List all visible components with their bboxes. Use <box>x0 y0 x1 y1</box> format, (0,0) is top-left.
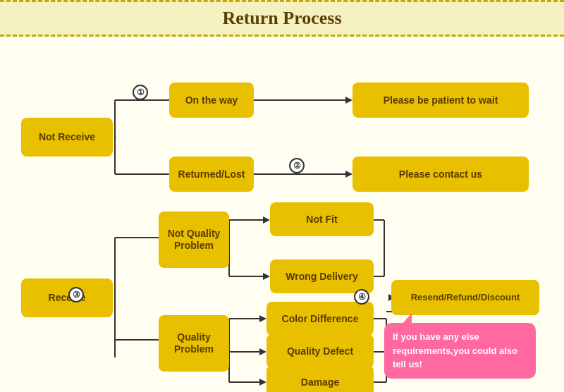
resend-node: Resend/Refund/Discount <box>391 280 539 315</box>
circle-4: ④ <box>354 289 369 305</box>
contact-us-node: Please contact us <box>352 157 529 192</box>
receive-node: Receive <box>21 278 113 317</box>
page-title: Return Process <box>222 8 341 28</box>
circle-2: ② <box>289 158 305 173</box>
quality-problem-node: Quality Problem <box>159 315 229 372</box>
svg-marker-24 <box>259 348 266 355</box>
patient-wait-node: Please be patient to wait <box>352 82 529 118</box>
circle-1: ① <box>133 85 148 100</box>
color-difference-node: Color Difference <box>266 302 374 336</box>
svg-marker-22 <box>259 315 266 322</box>
on-the-way-node: On the way <box>169 82 254 118</box>
circle-3: ③ <box>68 287 84 302</box>
svg-marker-6 <box>345 171 352 178</box>
not-fit-node: Not Fit <box>270 202 374 236</box>
returned-lost-node: Returned/Lost <box>169 157 254 192</box>
not-quality-node: Not Quality Problem <box>159 212 229 268</box>
svg-marker-4 <box>345 97 352 104</box>
not-receive-node: Not Receive <box>21 118 113 157</box>
content-area: Not Receive ① On the way ② Returned/Lost… <box>0 37 564 392</box>
wrong-delivery-node: Wrong Delivery <box>270 259 374 293</box>
damage-node: Damage <box>266 365 374 392</box>
speech-bubble-container: If you have any else requirements,you co… <box>384 323 536 379</box>
svg-marker-19 <box>263 273 270 280</box>
speech-bubble: If you have any else requirements,you co… <box>384 323 536 379</box>
svg-marker-26 <box>259 379 266 386</box>
quality-defect-node: Quality Defect <box>266 334 374 368</box>
page-header: Return Process <box>0 0 564 37</box>
svg-marker-17 <box>263 216 270 223</box>
